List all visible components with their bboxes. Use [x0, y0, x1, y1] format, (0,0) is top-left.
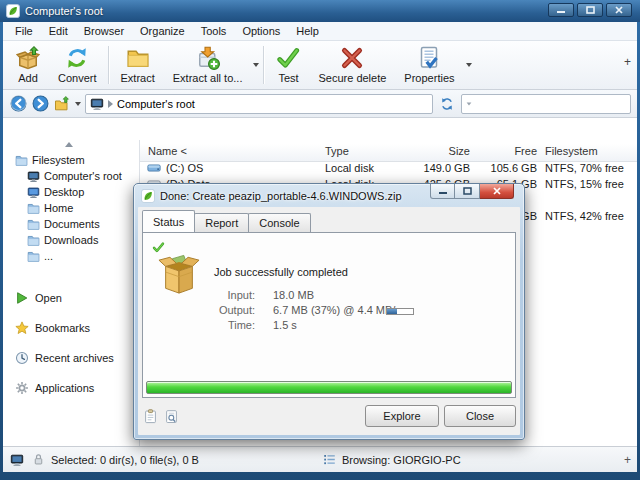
stat-row-input: Input:18.0 MB: [143, 289, 515, 304]
combobox-dropdown-icon: [467, 102, 472, 105]
computer-icon: [90, 97, 104, 111]
cell-fs: NTFS, 42% free: [545, 210, 624, 222]
tree-item-label: Home: [44, 202, 73, 214]
toolbar: AddConvertExtractExtract all to...TestSe…: [3, 41, 637, 90]
extract-all-icon: [196, 46, 220, 70]
statusbar-overflow-button[interactable]: +: [624, 453, 631, 467]
job-log-icon[interactable]: [163, 408, 179, 424]
open-icon: [15, 291, 29, 305]
toolbar-button-secure-delete[interactable]: Secure delete: [309, 43, 395, 87]
menu-help[interactable]: Help: [288, 25, 327, 37]
minimize-button[interactable]: [548, 3, 574, 17]
add-archive-icon: [16, 46, 40, 70]
menu-edit[interactable]: Edit: [41, 25, 76, 37]
column-header-type[interactable]: Type: [325, 145, 349, 157]
sidebar-item-filesystem[interactable]: Filesystem: [3, 152, 139, 168]
sidebar-item-downloads[interactable]: Downloads: [3, 232, 139, 248]
toolbar-button-convert[interactable]: Convert: [49, 43, 106, 87]
explore-button[interactable]: Explore: [365, 405, 439, 427]
archive-name-combobox[interactable]: [461, 94, 631, 114]
maximize-icon: [463, 187, 472, 195]
applications-icon: [15, 381, 29, 395]
properties-icon: [417, 46, 441, 70]
computer-icon: [9, 452, 25, 468]
tab-console[interactable]: Console: [248, 213, 310, 232]
menu-organize[interactable]: Organize: [132, 25, 193, 37]
toolbar-overflow-button[interactable]: +: [624, 55, 631, 69]
cell-name: (C:) OS: [166, 162, 203, 174]
sidebar-item-[interactable]: ...: [3, 248, 139, 264]
close-button[interactable]: Close: [444, 405, 516, 427]
dialog-minimize-button[interactable]: [430, 184, 455, 199]
computer-icon: [10, 453, 24, 467]
menu-tools[interactable]: Tools: [193, 25, 235, 37]
computer-icon: [90, 97, 104, 111]
extract-all-to-dropdown[interactable]: [251, 43, 261, 87]
table-row[interactable]: (C:) OSLocal disk149.0 GB105.6 GBNTFS, 7…: [140, 161, 637, 177]
job-status-message: Job successfully completed: [214, 266, 348, 278]
column-header-name[interactable]: Name <: [148, 145, 187, 157]
folder-icon: [15, 154, 28, 167]
menu-options[interactable]: Options: [234, 25, 288, 37]
status-bar: Selected: 0 dir(s), 0 file(s), 0 B Brows…: [3, 446, 637, 472]
sidebar-item-computer-s-root[interactable]: Computer's root: [3, 168, 139, 184]
sidebar-section-recent-archives[interactable]: Recent archives: [3, 350, 139, 366]
drive-blue-icon: [147, 161, 161, 175]
stat-label: Output:: [143, 304, 255, 316]
tree-item-label: Documents: [44, 218, 100, 230]
folder-icon: [27, 202, 40, 215]
toolbar-button-test[interactable]: Test: [267, 43, 309, 87]
sidebar-section-bookmarks[interactable]: Bookmarks: [3, 320, 139, 336]
menu-file[interactable]: File: [7, 25, 41, 37]
clipboard-icon[interactable]: [142, 408, 158, 424]
back-button[interactable]: [9, 95, 27, 113]
scroll-up-icon[interactable]: [65, 142, 73, 147]
menu-bar: FileEditBrowserOrganizeToolsOptionsHelp: [3, 22, 637, 41]
column-header-size[interactable]: Size: [449, 145, 470, 157]
breadcrumb[interactable]: Computer's root: [85, 94, 433, 114]
sidebar-section-applications[interactable]: Applications: [3, 380, 139, 396]
window-title: Computer's root: [25, 5, 103, 17]
recent-icon: [15, 351, 29, 365]
toolbar-button-properties[interactable]: Properties: [395, 43, 463, 87]
sidebar-item-documents[interactable]: Documents: [3, 216, 139, 232]
folder-icon: [27, 234, 40, 247]
dialog-maximize-button[interactable]: [455, 184, 480, 199]
tab-report[interactable]: Report: [194, 213, 249, 232]
dialog-close-button[interactable]: [480, 184, 514, 199]
chevron-down-icon: [466, 63, 472, 67]
refresh-button[interactable]: [437, 94, 457, 114]
column-header-free[interactable]: Free: [514, 145, 537, 157]
sidebar-item-home[interactable]: Home: [3, 200, 139, 216]
minimize-icon: [557, 6, 565, 14]
stat-row-time: Time:1.5 s: [143, 319, 515, 334]
nav-dropdown-icon[interactable]: [75, 102, 81, 106]
stat-value: 1.5 s: [273, 319, 297, 331]
tab-status[interactable]: Status: [142, 210, 195, 232]
peazip-leaf-icon: [6, 4, 20, 18]
toolbar-button-extract[interactable]: Extract: [112, 43, 164, 87]
close-icon: [615, 6, 623, 14]
maximize-button[interactable]: [577, 3, 603, 17]
properties-dropdown[interactable]: [464, 43, 474, 87]
file-list-header: Name <TypeSizeFreeFilesystem: [140, 144, 637, 162]
cell-size: 149.0 GB: [424, 162, 470, 174]
sidebar-section-open[interactable]: Open: [3, 290, 139, 306]
toolbar-separator: [263, 46, 265, 84]
forward-button[interactable]: [31, 95, 49, 113]
maximize-icon: [586, 6, 595, 14]
column-header-filesystem[interactable]: Filesystem: [545, 145, 598, 157]
toolbar-button-add[interactable]: Add: [7, 43, 49, 87]
toolbar-button-extract-all-to[interactable]: Extract all to...: [164, 43, 252, 87]
up-button[interactable]: [53, 95, 71, 113]
toolbar-label: Add: [18, 72, 38, 84]
sidebar-item-desktop[interactable]: Desktop: [3, 184, 139, 200]
folder-icon: [27, 250, 40, 263]
extract-icon: [126, 46, 150, 70]
dialog-footer: ExploreClose: [138, 397, 520, 435]
toolbar-label: Extract: [121, 72, 155, 84]
stat-value: 6.7 MB (37%) @ 4.4 MB/s: [273, 304, 401, 316]
menu-browser[interactable]: Browser: [76, 25, 132, 37]
tree-item-label: ...: [44, 250, 53, 262]
close-button[interactable]: [606, 3, 632, 17]
